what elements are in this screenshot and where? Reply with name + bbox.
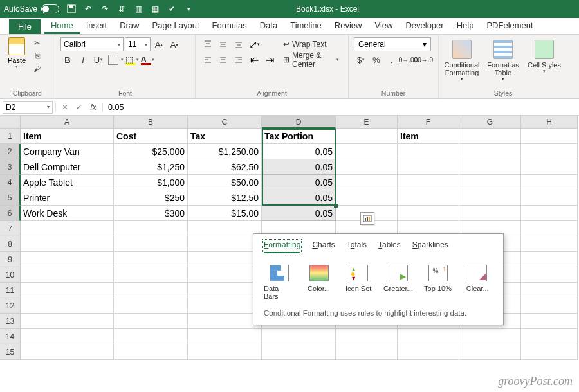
align-bottom-icon[interactable] (232, 37, 246, 51)
cell-F3[interactable] (398, 159, 459, 175)
cell-B11[interactable] (114, 283, 188, 298)
cell-D14[interactable] (262, 329, 336, 344)
cell-G15[interactable] (459, 344, 521, 360)
tab-draw[interactable]: Draw (113, 18, 145, 34)
tab-insert[interactable]: Insert (80, 18, 114, 34)
merge-center-button[interactable]: ⊞Merge & Center ▾ (279, 53, 343, 67)
cell-B1[interactable]: Cost (114, 129, 188, 144)
cell-D5[interactable]: 0.05 (262, 190, 336, 206)
cell-A3[interactable]: Dell Computer (21, 159, 114, 175)
paste-button[interactable]: Paste ▾ (5, 37, 28, 69)
cell-E2[interactable] (336, 144, 398, 159)
popup-item-data-bars[interactable]: Data Bars (264, 265, 295, 300)
col-header-e[interactable]: E (336, 116, 398, 129)
select-all-corner[interactable] (0, 116, 21, 129)
tab-help[interactable]: Help (450, 18, 481, 34)
cell-C15[interactable] (188, 344, 262, 360)
enter-icon[interactable]: ✓ (73, 103, 86, 112)
decrease-decimal-icon[interactable]: .00→.0 (416, 53, 430, 67)
decrease-indent-icon[interactable]: ⇤ (247, 53, 261, 67)
cell-H1[interactable] (521, 129, 578, 144)
cell-H5[interactable] (521, 190, 578, 206)
italic-button[interactable]: I (76, 53, 90, 67)
cancel-icon[interactable]: ✕ (59, 103, 71, 112)
cell-A13[interactable] (21, 314, 114, 329)
cell-G1[interactable] (459, 129, 521, 144)
col-header-a[interactable]: A (21, 116, 114, 129)
cell-C7[interactable] (188, 221, 262, 236)
cell-C9[interactable] (188, 252, 262, 267)
font-name-combo[interactable]: Calibri▾ (60, 37, 124, 51)
sort-asc-icon[interactable]: ⇵ (115, 2, 129, 16)
cell-C3[interactable]: $62.50 (188, 159, 262, 175)
copy-icon[interactable]: ⎘ (31, 50, 44, 62)
align-middle-icon[interactable] (216, 37, 230, 51)
cell-G2[interactable] (459, 144, 521, 159)
cell-A15[interactable] (21, 344, 114, 360)
col-header-g[interactable]: G (459, 116, 521, 129)
cell-B6[interactable]: $300 (114, 206, 188, 221)
chart-icon[interactable]: ▥ (131, 2, 145, 16)
tab-file[interactable]: File (9, 19, 41, 34)
popup-item-top-10[interactable]: %↑Top 10% (423, 265, 454, 300)
cell-D6[interactable]: 0.05 (262, 206, 336, 221)
popup-tab-tables[interactable]: Tables (378, 240, 401, 253)
cell-F5[interactable] (398, 190, 459, 206)
tab-home[interactable]: Home (44, 18, 80, 34)
cell-A8[interactable] (21, 236, 114, 252)
cell-A7[interactable] (21, 221, 114, 236)
cell-C1[interactable]: Tax (188, 129, 262, 144)
preview-icon[interactable]: ▦ (148, 2, 162, 16)
spreadsheet-grid[interactable]: A B C D E F G H 1ItemCostTaxTax PortionI… (0, 116, 579, 360)
cell-C11[interactable] (188, 283, 262, 298)
popup-item-clear[interactable]: ◢Clear... (462, 265, 493, 300)
cell-H6[interactable] (521, 206, 578, 221)
cell-E4[interactable] (336, 175, 398, 190)
cell-H7[interactable] (521, 221, 578, 236)
align-top-icon[interactable] (201, 37, 215, 51)
cut-icon[interactable]: ✂ (31, 37, 44, 49)
currency-button[interactable]: $▾ (354, 53, 368, 67)
cell-B12[interactable] (114, 298, 188, 314)
row-header[interactable]: 9 (0, 252, 21, 267)
cell-H8[interactable] (521, 236, 578, 252)
cell-B8[interactable] (114, 236, 188, 252)
cell-C4[interactable]: $50.00 (188, 175, 262, 190)
row-header[interactable]: 3 (0, 159, 21, 175)
quick-analysis-button[interactable] (360, 212, 374, 225)
tab-timeline[interactable]: Timeline (284, 18, 328, 34)
tab-developer[interactable]: Developer (399, 18, 450, 34)
cell-H12[interactable] (521, 298, 578, 314)
row-header[interactable]: 15 (0, 344, 21, 360)
number-format-combo[interactable]: General▾ (354, 37, 431, 51)
cell-D15[interactable] (262, 344, 336, 360)
cell-B7[interactable] (114, 221, 188, 236)
bold-button[interactable]: B (60, 53, 75, 67)
cell-F14[interactable] (398, 329, 459, 344)
cell-B13[interactable] (114, 314, 188, 329)
font-size-combo[interactable]: 11▾ (125, 37, 151, 51)
cell-D1[interactable]: Tax Portion (262, 129, 336, 144)
border-button[interactable] (108, 55, 118, 65)
row-header[interactable]: 4 (0, 175, 21, 190)
cell-A10[interactable] (21, 267, 114, 283)
redo-icon[interactable]: ↷ (98, 2, 112, 16)
cell-H14[interactable] (521, 329, 578, 344)
cell-C12[interactable] (188, 298, 262, 314)
cell-H11[interactable] (521, 283, 578, 298)
cell-B14[interactable] (114, 329, 188, 344)
cell-C13[interactable] (188, 314, 262, 329)
cell-C14[interactable] (188, 329, 262, 344)
fill-handle[interactable] (334, 204, 338, 208)
cell-A12[interactable] (21, 298, 114, 314)
decrease-font-icon[interactable]: A▾ (167, 37, 181, 51)
increase-font-icon[interactable]: A▴ (152, 37, 166, 51)
cell-D3[interactable]: 0.05 (262, 159, 336, 175)
save-icon[interactable] (64, 2, 78, 16)
cell-E14[interactable] (336, 329, 398, 344)
cell-F1[interactable]: Item (398, 129, 459, 144)
align-right-icon[interactable] (232, 53, 246, 67)
tab-pdfelement[interactable]: PDFelement (480, 18, 539, 34)
cell-E3[interactable] (336, 159, 398, 175)
cell-H10[interactable] (521, 267, 578, 283)
